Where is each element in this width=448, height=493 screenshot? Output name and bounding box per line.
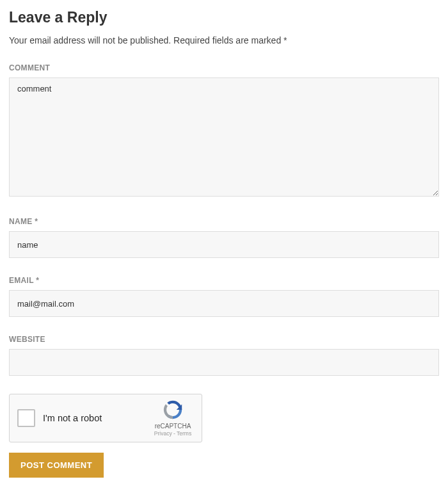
recaptcha-branding: reCAPTCHA Privacy - Terms bbox=[152, 399, 194, 437]
recaptcha-terms-text: Privacy - Terms bbox=[154, 430, 191, 437]
post-comment-button[interactable]: POST COMMENT bbox=[9, 453, 104, 478]
email-input[interactable] bbox=[9, 290, 439, 317]
field-comment: COMMENT bbox=[9, 63, 439, 199]
name-label: NAME * bbox=[9, 217, 439, 226]
recaptcha-brand-text: reCAPTCHA bbox=[155, 422, 191, 430]
name-input[interactable] bbox=[9, 231, 439, 258]
field-website: WEBSITE bbox=[9, 335, 439, 376]
website-label: WEBSITE bbox=[9, 335, 439, 344]
form-subtext: Your email address will not be published… bbox=[9, 35, 439, 45]
comment-textarea[interactable] bbox=[9, 77, 439, 197]
email-label: EMAIL * bbox=[9, 276, 439, 285]
field-name: NAME * bbox=[9, 217, 439, 258]
recaptcha-widget: I'm not a robot reCAPTCHA Privacy - Term… bbox=[9, 394, 202, 442]
recaptcha-icon bbox=[162, 399, 184, 421]
website-input[interactable] bbox=[9, 349, 439, 376]
form-heading: Leave a Reply bbox=[9, 9, 439, 26]
comment-label: COMMENT bbox=[9, 63, 439, 72]
recaptcha-label: I'm not a robot bbox=[43, 413, 152, 423]
recaptcha-checkbox[interactable] bbox=[17, 409, 35, 427]
field-email: EMAIL * bbox=[9, 276, 439, 317]
